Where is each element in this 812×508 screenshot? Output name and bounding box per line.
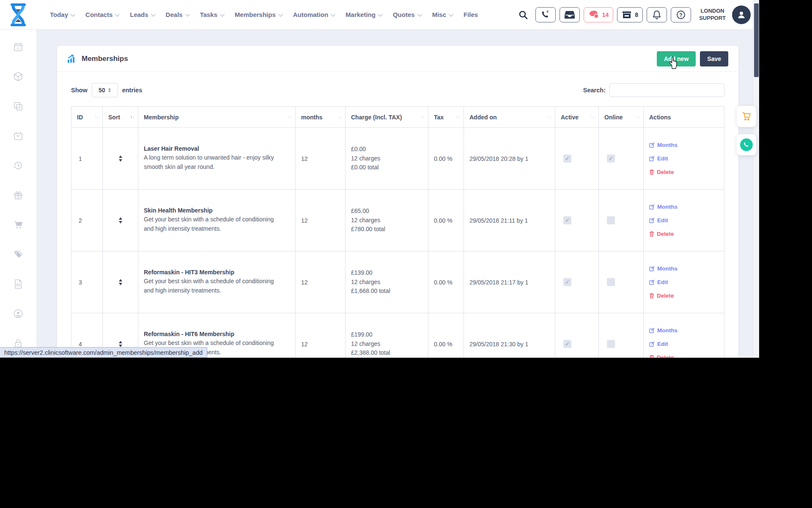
floating-cart-button[interactable] — [737, 106, 756, 127]
notifications-button[interactable] — [647, 7, 667, 22]
edit-link[interactable]: Edit — [649, 341, 719, 347]
nav-contacts[interactable]: Contacts — [85, 11, 118, 18]
chat-messages-button[interactable]: 14 — [584, 7, 614, 22]
tags-icon[interactable] — [13, 249, 24, 260]
page-size-control: Show 50 entries — [71, 83, 142, 97]
floating-phone-button[interactable] — [737, 134, 756, 155]
user-avatar[interactable] — [732, 6, 751, 24]
report-icon[interactable] — [13, 279, 24, 290]
clinicsoftware-logo[interactable] — [0, 3, 36, 26]
col-header-months[interactable]: months↑↓ — [296, 107, 346, 128]
edit-link[interactable]: Edit — [649, 217, 719, 224]
trash-icon — [649, 169, 654, 175]
membership-name: Reformaskin - HIT3 Membership — [144, 269, 290, 276]
search-label: Search: — [583, 87, 606, 94]
edit-link[interactable]: Edit — [649, 279, 719, 285]
nav-quotes[interactable]: Quotes — [393, 11, 421, 18]
membership-name: Reformaskin - HIT6 Membership — [144, 331, 290, 337]
chevron-down-icon — [220, 11, 225, 16]
table-controls: Show 50 entries Search: — [71, 83, 724, 97]
delete-link[interactable]: Delete — [649, 169, 719, 175]
page-size-select[interactable]: 50 — [92, 83, 118, 97]
reorder-handle-icon[interactable] — [108, 341, 132, 347]
reorder-handle-icon[interactable] — [108, 279, 132, 285]
months-link[interactable]: Months — [649, 265, 719, 272]
nav-label: Today — [50, 11, 68, 18]
months-link[interactable]: Months — [649, 142, 719, 148]
package-icon[interactable] — [13, 71, 24, 82]
online-checkbox[interactable] — [607, 216, 615, 224]
active-checkbox[interactable] — [563, 155, 571, 163]
chevron-down-icon — [185, 11, 189, 16]
reorder-handle-icon[interactable] — [108, 155, 132, 162]
cell-id: 1 — [71, 128, 103, 190]
cell-actions: Months Edit Delete — [644, 128, 724, 190]
nav-files[interactable]: Files — [464, 11, 478, 18]
nav-leads[interactable]: Leads — [130, 11, 154, 18]
help-button[interactable]: ? — [671, 7, 691, 22]
col-header-charge[interactable]: Charge (Incl. TAX)↑↓ — [346, 107, 428, 128]
col-header-active[interactable]: Active↑↓ — [555, 107, 599, 128]
user-line2: SUPPORT — [699, 15, 726, 22]
left-sidebar: 12 — [0, 30, 36, 358]
col-header-online[interactable]: Online↑↓ — [599, 107, 644, 128]
cell-added-on: 29/05/2018 20:28 by 1 — [464, 128, 555, 190]
nav-memberships[interactable]: Memberships — [235, 11, 282, 18]
delete-link[interactable]: Delete — [649, 231, 719, 237]
chevron-down-icon — [417, 11, 422, 16]
cart-icon[interactable] — [13, 219, 24, 230]
col-header-membership[interactable]: Membership↑↓ — [138, 107, 296, 128]
add-new-button[interactable]: Add new — [657, 51, 696, 66]
membership-description: Get your best skin with a schedule of co… — [144, 277, 284, 295]
phone-call-button[interactable] — [535, 7, 556, 22]
delete-link[interactable]: Delete — [649, 354, 719, 358]
scrollbar-thumb[interactable] — [754, 3, 759, 77]
online-checkbox[interactable] — [607, 278, 615, 286]
nav-misc[interactable]: Misc — [432, 11, 452, 18]
cell-actions: Months Edit Delete — [644, 313, 724, 358]
save-button[interactable]: Save — [700, 51, 728, 66]
nav-tasks[interactable]: Tasks — [200, 11, 223, 18]
cell-actions: Months Edit Delete — [644, 251, 724, 313]
inbox-button[interactable] — [560, 7, 580, 22]
active-checkbox[interactable] — [563, 216, 571, 224]
delete-link[interactable]: Delete — [649, 293, 719, 299]
search-icon[interactable] — [518, 10, 528, 20]
reorder-handle-icon[interactable] — [108, 217, 132, 224]
charge-total: £2,388.00 total — [351, 348, 422, 358]
shopping-bag-icon[interactable] — [13, 130, 24, 141]
online-checkbox[interactable] — [607, 340, 615, 348]
months-link[interactable]: Months — [649, 204, 719, 210]
nav-marketing[interactable]: Marketing — [346, 11, 381, 18]
search-input[interactable] — [609, 83, 724, 97]
table-row: 3 Reformaskin - HIT3 Membership Get your… — [71, 251, 724, 313]
months-link[interactable]: Months — [649, 327, 719, 334]
nav-automation[interactable]: Automation — [293, 11, 334, 18]
chat-count-badge: 14 — [602, 11, 609, 18]
select-arrows-icon — [108, 88, 111, 92]
gift-icon[interactable] — [13, 190, 24, 201]
page-scrollbar[interactable] — [753, 0, 759, 358]
cell-tax: 0.00 % — [428, 128, 464, 190]
active-checkbox[interactable] — [563, 278, 571, 286]
edit-link[interactable]: Edit — [649, 155, 719, 162]
nav-deals[interactable]: Deals — [166, 11, 189, 18]
user-clock-icon[interactable] — [13, 308, 24, 319]
active-checkbox[interactable] — [563, 340, 571, 348]
col-header-added-on[interactable]: Added on↑↓ — [464, 107, 555, 128]
trash-icon — [649, 293, 654, 298]
history-icon[interactable] — [13, 160, 24, 171]
cell-tax: 0.00 % — [428, 313, 464, 358]
col-header-tax[interactable]: Tax↑↓ — [428, 107, 464, 128]
cell-active — [555, 313, 599, 358]
store-button[interactable]: 8 — [617, 7, 643, 22]
copy-icon[interactable] — [13, 101, 24, 112]
nav-today[interactable]: Today — [50, 11, 74, 18]
col-header-id[interactable]: ID↑↓ — [71, 107, 103, 128]
cell-sort — [103, 128, 138, 190]
calendar-icon[interactable]: 12 — [13, 41, 24, 52]
online-checkbox[interactable] — [607, 155, 615, 163]
edit-icon — [649, 156, 655, 161]
cell-added-on: 29/05/2018 21:11 by 1 — [464, 190, 555, 251]
col-header-sort[interactable]: Sort↑↓ — [103, 107, 138, 128]
